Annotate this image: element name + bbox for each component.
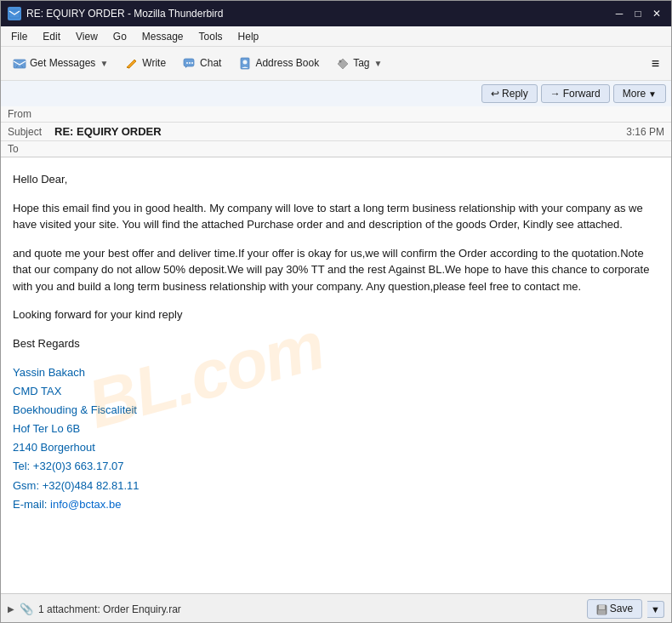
titlebar-left: RE: EQUIRY ORDER - Mozilla Thunderbird [8,7,223,20]
window-controls[interactable]: ─ □ ✕ [612,6,664,21]
save-dropdown-button[interactable]: ▼ [647,601,664,618]
menubar: File Edit View Go Message Tools Help [1,26,671,47]
get-messages-button[interactable]: Get Messages ▼ [6,53,115,74]
menu-view[interactable]: View [69,29,105,44]
signature-address1: Hof Ter Lo 6B [13,420,659,438]
close-button[interactable]: ✕ [649,6,664,21]
tag-icon [336,56,350,71]
subject-row: Subject RE: EQUIRY ORDER 3:16 PM [1,123,671,141]
from-label: From [8,108,54,120]
minimize-button[interactable]: ─ [612,6,627,21]
write-icon [125,56,139,71]
email-paragraph-1: Hope this email find you in good health.… [13,200,659,233]
chat-button[interactable]: Chat [176,53,228,74]
toolbar: Get Messages ▼ Write Chat [1,47,671,81]
write-button[interactable]: Write [118,53,173,74]
email-greeting: Hello Dear, [13,171,659,188]
menu-message[interactable]: Message [135,29,191,44]
menu-tools[interactable]: Tools [192,29,230,44]
to-label: To [8,143,54,155]
paperclip-icon: 📎 [20,603,33,615]
signature-email-row: E-mail: info@bctax.be [13,495,659,514]
save-icon [596,603,607,614]
signature-name: Yassin Bakach [13,363,659,382]
address-book-icon [238,56,252,71]
get-messages-icon [13,56,26,71]
signature-email-link[interactable]: info@bctax.be [50,498,121,511]
main-layout: BL.com ↩ Reply → Forward More ▼ From Sub… [1,81,671,623]
from-row: From [1,106,671,123]
menu-edit[interactable]: Edit [36,29,67,44]
email-signature: Yassin Bakach CMD TAX Boekhouding & Fisc… [13,363,659,514]
signature-dept: Boekhouding & Fiscaliteit [13,401,659,420]
forward-button[interactable]: → Forward [541,84,610,103]
get-messages-dropdown-icon[interactable]: ▼ [100,59,108,68]
svg-point-4 [189,62,191,64]
email-time: 3:16 PM [626,126,664,138]
more-button[interactable]: More ▼ [613,84,666,103]
svg-rect-11 [598,610,606,614]
forward-icon: → [550,88,561,100]
signature-tel: Tel: +32(0)3 663.17.07 [13,457,659,476]
svg-point-7 [243,60,248,65]
attachment-expand-icon[interactable]: ▶ [8,604,14,614]
signature-address2: 2140 Borgerhout [13,438,659,457]
svg-rect-10 [599,605,605,609]
titlebar: RE: EQUIRY ORDER - Mozilla Thunderbird ─… [1,1,671,26]
svg-rect-1 [14,60,26,68]
svg-point-8 [339,60,342,63]
maximize-button[interactable]: □ [630,6,646,21]
svg-point-5 [191,62,193,64]
signature-email-label: E-mail: [13,498,50,511]
reply-icon: ↩ [491,88,499,100]
window-title: RE: EQUIRY ORDER - Mozilla Thunderbird [26,8,223,20]
email-paragraph-2: and quote me your best offer and deliver… [13,245,659,295]
email-header-area: ↩ Reply → Forward More ▼ From Subject RE… [1,81,671,157]
more-dropdown-icon: ▼ [648,89,657,99]
email-paragraph-3: Looking forward for your kind reply [13,306,659,323]
chat-icon [183,56,196,71]
save-button[interactable]: Save [587,599,642,618]
tag-button[interactable]: Tag ▼ [329,53,389,74]
subject-value: RE: EQUIRY ORDER [54,125,626,138]
attachment-bar: ▶ 📎 1 attachment: Order Enquiry.rar Save… [1,593,671,623]
menu-go[interactable]: Go [106,29,134,44]
attachment-text: 1 attachment: Order Enquiry.rar [38,603,582,615]
to-row: To [1,141,671,157]
subject-label: Subject [8,126,54,138]
email-body: Hello Dear, Hope this email find you in … [1,157,671,593]
app-icon [8,7,21,20]
address-book-button[interactable]: Address Book [231,53,326,74]
email-paragraph-4: Best Regards [13,335,659,352]
reply-button[interactable]: ↩ Reply [481,84,538,103]
svg-point-3 [186,62,188,64]
email-actions-row: ↩ Reply → Forward More ▼ [1,81,671,106]
tag-dropdown-icon[interactable]: ▼ [374,59,383,68]
signature-company: CMD TAX [13,382,659,401]
menu-file[interactable]: File [4,29,34,44]
signature-gsm: Gsm: +32(0)484 82.81.11 [13,477,659,495]
hamburger-menu-button[interactable]: ≡ [645,53,666,75]
menu-help[interactable]: Help [231,29,266,44]
